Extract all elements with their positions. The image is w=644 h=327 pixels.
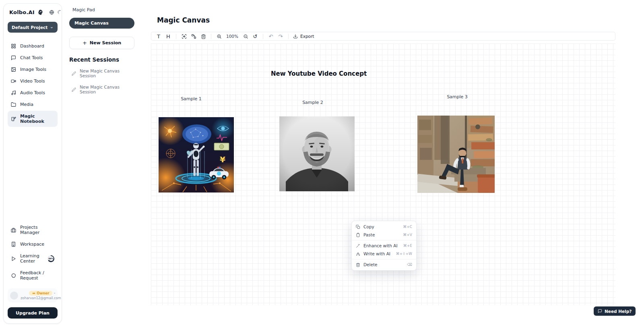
tab-magic-canvas[interactable]: Magic Canvas	[69, 18, 134, 29]
sidebar-item-label: Image Tools	[20, 67, 46, 72]
owner-badge: Owner	[29, 291, 52, 296]
toolbar-divider	[176, 34, 176, 39]
context-menu-item-enhance-with-ai[interactable]: Enhance with AI ⌘+E	[352, 242, 416, 250]
sample-image-2-portrait[interactable]	[279, 116, 355, 191]
feedback-bubble-icon	[11, 273, 16, 278]
board-title-text[interactable]: New Youtube Video Concept	[271, 70, 367, 77]
upgrade-plan-button[interactable]: Upgrade Plan	[8, 307, 58, 319]
context-menu-item-paste[interactable]: Paste ⌘+V	[352, 231, 416, 239]
shortcut: ⌫	[407, 263, 412, 267]
sidebar-item-workspace[interactable]: Workspace	[8, 239, 58, 250]
notebook-pen-icon	[11, 116, 16, 122]
sidebar-item-label: Projects Manager	[20, 225, 54, 235]
export-label: Export	[300, 34, 314, 39]
dashboard-icon	[11, 43, 16, 49]
dark-mode-moon-icon[interactable]: ☾	[56, 9, 63, 16]
chevron-down-icon: ⌄	[50, 26, 54, 29]
context-menu-item-delete[interactable]: Delete ⌫	[352, 261, 416, 269]
sidebar-item-label: Feedback / Request	[20, 270, 54, 281]
sidebar-item-audio-tools[interactable]: Audio Tools	[8, 87, 58, 98]
building-icon	[11, 242, 16, 247]
need-help-label: Need Help?	[605, 309, 632, 314]
context-menu-label: Write with AI	[363, 251, 390, 256]
learning-progress-value: 66%	[49, 256, 54, 261]
project-selector[interactable]: Default Project ⌄	[8, 22, 58, 33]
zoom-in-button[interactable]	[214, 32, 224, 40]
context-menu-label: Copy	[363, 224, 374, 229]
learning-progress-ring: 66%	[47, 255, 54, 262]
toolbar-divider	[263, 34, 263, 39]
sidebar-item-label: Media	[20, 102, 33, 107]
sidebar-item-label: Chat Tools	[20, 55, 43, 60]
zoom-out-button[interactable]	[241, 32, 250, 40]
new-session-button[interactable]: + New Session	[69, 37, 134, 49]
owner-badge-label: Owner	[37, 291, 49, 295]
context-menu-item-write-with-ai[interactable]: Write with AI ⌘+⇧+W	[352, 250, 416, 258]
connector-tool-button[interactable]	[189, 32, 198, 40]
pencil-icon	[72, 87, 76, 92]
user-account-card[interactable]: Owner zoharvan12@gmail.com ⌄	[8, 288, 58, 302]
sidebar-item-label: Video Tools	[20, 79, 45, 84]
crown-icon	[32, 292, 35, 295]
sparkles-icon	[356, 252, 360, 256]
chat-icon	[11, 55, 16, 60]
download-icon	[293, 34, 298, 39]
shortcut: ⌘+E	[403, 244, 412, 248]
reset-rotation-button[interactable]: ↺	[250, 32, 260, 40]
sample-2-label[interactable]: Sample 2	[302, 100, 323, 105]
zoom-in-icon	[217, 34, 222, 39]
sample-image-1-ai-robot[interactable]: ¥	[159, 117, 234, 192]
export-button[interactable]: Export	[291, 34, 316, 39]
trash-icon	[201, 34, 206, 39]
sample-3-label[interactable]: Sample 3	[447, 94, 468, 99]
sidebar: Kolbo.AI ☾ Default Project ⌄ Dashboard C…	[3, 3, 62, 324]
context-menu-label: Enhance with AI	[363, 243, 398, 248]
heading-tool-button[interactable]: H	[163, 32, 173, 40]
need-help-button[interactable]: Need Help?	[594, 306, 636, 316]
sidebar-item-chat-tools[interactable]: Chat Tools	[8, 52, 58, 63]
tab-magic-pad[interactable]: Magic Pad	[69, 6, 134, 14]
pencil-icon	[72, 71, 76, 76]
context-menu-divider	[352, 240, 416, 240]
context-menu: Copy ⌘+C Paste ⌘+V Enhance with AI ⌘+E W…	[351, 221, 417, 271]
new-session-label: New Session	[90, 40, 121, 46]
sidebar-item-video-tools[interactable]: Video Tools	[8, 76, 58, 87]
recent-session-item[interactable]: New Magic Canvas Session	[69, 68, 134, 79]
project-selector-label: Default Project	[12, 25, 47, 30]
briefcase-icon	[11, 228, 16, 233]
magic-canvas-board[interactable]: New Youtube Video Concept Sample 1 Sampl…	[151, 43, 615, 305]
sidebar-item-learning-center[interactable]: Learning Center 66%	[8, 250, 58, 267]
sidebar-item-label: Audio Tools	[20, 90, 45, 95]
undo-button[interactable]: ↶	[266, 32, 276, 40]
sidebar-item-feedback-request[interactable]: Feedback / Request	[8, 267, 58, 284]
sample-image-3-ruins[interactable]	[417, 116, 495, 193]
sidebar-item-projects-manager[interactable]: Projects Manager	[8, 222, 58, 238]
delete-tool-button[interactable]	[198, 32, 208, 40]
page-title: Magic Canvas	[157, 16, 210, 24]
brand-row: Kolbo.AI ☾	[8, 9, 58, 15]
context-menu-divider	[352, 259, 416, 259]
zoom-level[interactable]: 100%	[224, 34, 241, 39]
recent-session-item[interactable]: New Magic Canvas Session	[69, 84, 134, 95]
ai-select-button[interactable]	[179, 32, 189, 40]
context-menu-item-copy[interactable]: Copy ⌘+C	[352, 223, 416, 231]
canvas-toolbar: T H 100% ↺ ↶ ↷ Export	[151, 32, 615, 41]
sidebar-item-magic-notebook[interactable]: Magic Notebook	[8, 111, 58, 127]
sidebar-item-image-tools[interactable]: Image Tools	[8, 64, 58, 75]
brand-logo: Kolbo.AI	[9, 9, 35, 15]
text-tool-button[interactable]: T	[154, 32, 163, 40]
sample-1-label[interactable]: Sample 1	[181, 96, 202, 101]
user-card-chevron-icon: ⌄	[53, 291, 56, 294]
copy-icon	[356, 225, 360, 229]
recent-sessions-heading: Recent Sessions	[69, 56, 134, 63]
redo-button[interactable]: ↷	[276, 32, 285, 40]
shortcut: ⌘+C	[403, 225, 412, 229]
primary-nav: Dashboard Chat Tools Image Tools Video T…	[8, 41, 58, 127]
avatar	[10, 292, 18, 300]
sidebar-item-dashboard[interactable]: Dashboard	[8, 41, 58, 52]
context-menu-label: Paste	[363, 232, 375, 237]
language-globe-icon[interactable]	[49, 10, 54, 15]
clipboard-icon	[356, 233, 360, 237]
sidebar-item-media[interactable]: Media	[8, 99, 58, 110]
recent-session-label: New Magic Canvas Session	[80, 68, 132, 78]
